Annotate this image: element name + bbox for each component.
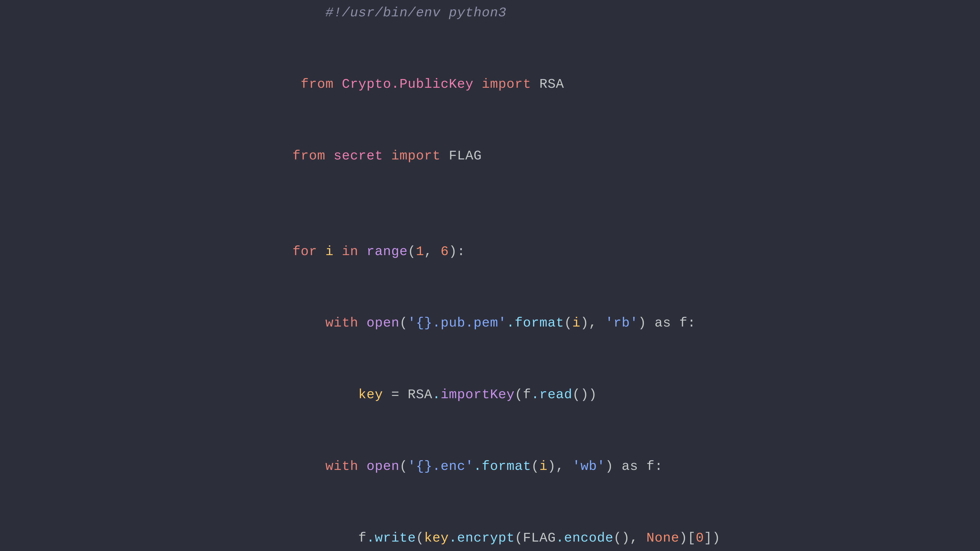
line-key-assign: key = RSA.importKey(f.read()): [259, 359, 721, 431]
var-i2: i: [572, 316, 580, 330]
secret-module: secret: [334, 148, 383, 164]
from-keyword: from: [293, 77, 342, 92]
colon2: :: [687, 316, 696, 330]
num1: 1: [416, 244, 424, 259]
comma2: ,: [589, 316, 605, 330]
range-builtin: range: [366, 244, 407, 259]
comma4: ,: [630, 530, 646, 546]
paren11: (: [531, 459, 539, 474]
format-method1: .format: [506, 316, 564, 330]
as-keyword1: as: [646, 316, 679, 330]
read-method: .read: [531, 387, 572, 402]
paren5: ): [581, 316, 589, 330]
format-method2: .format: [473, 459, 531, 474]
key-var2: key: [424, 530, 449, 546]
paren13: ): [605, 459, 613, 474]
colon1: :: [457, 244, 465, 259]
paren10: (: [399, 459, 407, 474]
paren12: ): [548, 459, 556, 474]
for-keyword: for: [293, 244, 325, 259]
paren9: ): [589, 387, 597, 402]
shebang-comment: #!/usr/bin/env python3: [293, 5, 506, 21]
import-keyword: import: [473, 77, 539, 92]
line-with1: with open('{}.pub.pem'.format(i), 'rb') …: [259, 287, 721, 359]
encode-method: .encode: [556, 530, 614, 546]
paren2: ): [449, 244, 457, 259]
rsa-name: RSA: [539, 77, 564, 92]
string-rb: 'rb': [605, 316, 638, 330]
var-f2: f: [523, 387, 531, 402]
string-pub: '{}.pub.pem': [408, 316, 507, 330]
dot1: .: [432, 387, 441, 402]
equals1: =: [383, 387, 408, 402]
paren14: (: [416, 530, 424, 546]
rsa-name2: RSA: [408, 387, 433, 402]
paren15: (: [515, 530, 523, 546]
var-f4: f: [293, 530, 366, 546]
paren3: (: [399, 316, 407, 330]
line-with2: with open('{}.enc'.format(i), 'wb') as f…: [259, 430, 721, 502]
line-blank: [259, 192, 721, 216]
import-key-method: importKey: [441, 387, 515, 402]
crypto-module: Crypto.PublicKey: [342, 77, 474, 92]
code-block: #!/usr/bin/env python3 from Crypto.Publi…: [239, 0, 741, 551]
line-for: for i in range(1, 6):: [259, 216, 721, 287]
open-builtin1: open: [366, 316, 399, 330]
string-wb: 'wb': [572, 459, 605, 474]
flag-name2: FLAG: [523, 530, 556, 546]
colon3: :: [655, 459, 663, 474]
with-keyword1: with: [293, 316, 366, 330]
paren6: ): [638, 316, 646, 330]
paren18: ): [712, 530, 721, 546]
import-keyword2: import: [383, 148, 449, 164]
bracket2: ]: [704, 530, 712, 546]
comma1: ,: [424, 244, 441, 259]
write-method: .write: [366, 530, 416, 546]
with-keyword2: with: [293, 459, 366, 474]
line-import2: from secret import FLAG: [259, 121, 721, 192]
from-keyword2: from: [293, 148, 334, 164]
bracket1: [: [687, 530, 696, 546]
paren16: (): [614, 530, 630, 546]
none-value: None: [646, 530, 679, 546]
encrypt-method: .encrypt: [449, 530, 515, 546]
line-shebang: #!/usr/bin/env python3: [259, 0, 721, 49]
flag-name: FLAG: [449, 148, 482, 164]
paren7: (: [515, 387, 523, 402]
paren17: ): [679, 530, 687, 546]
as-keyword2: as: [614, 459, 646, 474]
var-f3: f: [646, 459, 655, 474]
in-keyword: in: [334, 244, 366, 259]
line-import1: from Crypto.PublicKey import RSA: [259, 49, 721, 121]
paren8: (): [572, 387, 589, 402]
var-i3: i: [539, 459, 547, 474]
key-var1: key: [293, 387, 383, 402]
comma3: ,: [556, 459, 573, 474]
line-write: f.write(key.encrypt(FLAG.encode(), None)…: [259, 502, 721, 551]
var-f1: f: [679, 316, 687, 330]
string-enc: '{}.enc': [408, 459, 474, 474]
paren4: (: [564, 316, 572, 330]
num0: 0: [696, 530, 704, 546]
paren1: (: [408, 244, 416, 259]
var-i: i: [325, 244, 334, 259]
open-builtin2: open: [366, 459, 399, 474]
num6: 6: [441, 244, 449, 259]
